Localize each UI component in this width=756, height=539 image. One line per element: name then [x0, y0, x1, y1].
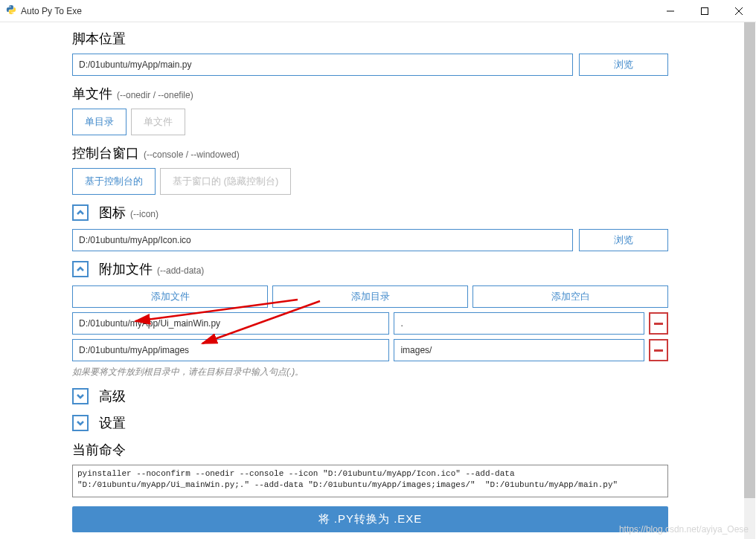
section-command: 当前命令 pyinstaller --noconfirm --onedir --…	[72, 441, 744, 532]
section-advanced: 高级	[72, 387, 744, 405]
settings-collapse-toggle[interactable]	[72, 415, 89, 431]
icon-browse-button[interactable]: 浏览	[579, 229, 668, 251]
section-add-data: 附加文件 (--add-data) 添加文件 添加目录 添加空白 如果要将文件放…	[72, 260, 744, 378]
data-dst-input[interactable]	[394, 312, 644, 335]
svg-rect-0	[702, 7, 708, 14]
window-controls	[653, 0, 756, 22]
python-icon	[6, 4, 16, 18]
titlebar: Auto Py To Exe	[0, 0, 756, 22]
console-sub: (--console / --windowed)	[144, 149, 240, 160]
adddata-heading: 附加文件	[99, 260, 153, 278]
script-heading: 脚本位置	[72, 30, 744, 48]
minus-icon	[654, 349, 663, 352]
section-console: 控制台窗口 (--console / --windowed) 基于控制台的 基于…	[72, 144, 744, 195]
add-file-button[interactable]: 添加文件	[72, 285, 268, 308]
icon-sub: (--icon)	[130, 209, 158, 219]
section-icon: 图标 (--icon) 浏览	[72, 204, 744, 251]
adddata-collapse-toggle[interactable]	[72, 261, 89, 277]
onefile-option[interactable]: 单文件	[131, 109, 185, 135]
add-blank-button[interactable]: 添加空白	[472, 285, 668, 308]
console-heading: 控制台窗口	[72, 144, 139, 162]
section-settings: 设置	[72, 414, 744, 432]
adddata-sub: (--add-data)	[157, 265, 204, 276]
data-dst-input[interactable]	[394, 339, 644, 361]
advanced-heading: 高级	[99, 387, 126, 405]
script-browse-button[interactable]: 浏览	[579, 54, 668, 76]
adddata-hint: 如果要将文件放到根目录中，请在目标目录中输入句点(.)。	[72, 366, 668, 378]
data-row	[72, 312, 668, 335]
console-option[interactable]: 基于控制台的	[72, 168, 156, 195]
data-src-input[interactable]	[72, 312, 389, 335]
remove-row-button[interactable]	[649, 312, 668, 335]
settings-heading: 设置	[99, 414, 126, 432]
section-onefile: 单文件 (--onedir / --onefile) 单目录 单文件	[72, 85, 744, 135]
section-script-location: 脚本位置 浏览	[72, 30, 744, 76]
minimize-button[interactable]	[653, 0, 688, 22]
convert-button[interactable]: 将 .PY转换为 .EXE	[72, 506, 668, 532]
watermark: https://blog.csdn.net/ayiya_Oese	[619, 524, 749, 535]
icon-path-input[interactable]	[72, 229, 573, 251]
close-button[interactable]	[722, 0, 756, 22]
advanced-collapse-toggle[interactable]	[72, 388, 89, 404]
script-path-input[interactable]	[72, 54, 573, 76]
icon-collapse-toggle[interactable]	[72, 204, 89, 221]
onefile-heading: 单文件	[72, 85, 112, 103]
onedir-option[interactable]: 单目录	[72, 109, 126, 135]
icon-heading: 图标	[99, 204, 126, 222]
remove-row-button[interactable]	[649, 339, 668, 361]
window-title: Auto Py To Exe	[21, 6, 82, 16]
scrollbar[interactable]	[744, 22, 755, 539]
onefile-sub: (--onedir / --onefile)	[117, 90, 193, 100]
maximize-button[interactable]	[688, 0, 722, 22]
minus-icon	[654, 323, 663, 325]
windowed-option[interactable]: 基于窗口的 (隐藏控制台)	[160, 168, 291, 195]
command-heading: 当前命令	[72, 441, 744, 459]
data-row	[72, 339, 668, 361]
add-dir-button[interactable]: 添加目录	[272, 285, 468, 308]
data-src-input[interactable]	[72, 339, 389, 361]
command-textarea[interactable]: pyinstaller --noconfirm --onedir --conso…	[72, 465, 668, 497]
